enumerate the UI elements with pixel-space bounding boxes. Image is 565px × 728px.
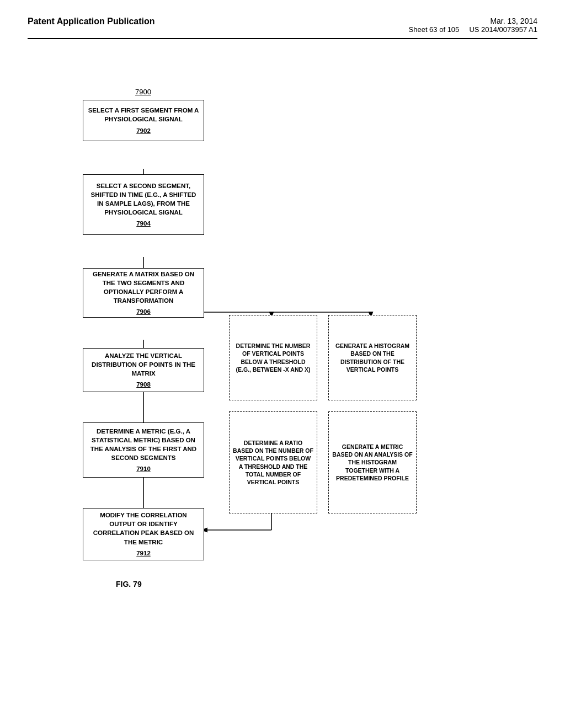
box-7910-text: DETERMINE A METRIC (E.G., A STATISTICAL …	[88, 427, 199, 462]
diagram-top-label: 7900	[135, 88, 151, 96]
sheet-number: Sheet 63 of 105	[409, 25, 460, 34]
dbox-2-text: GENERATE A HISTOGRAM BASED ON THE DISTRI…	[332, 342, 413, 373]
box-7910: DETERMINE A METRIC (E.G., A STATISTICAL …	[83, 422, 204, 478]
publication-date: Mar. 13, 2014	[409, 17, 537, 25]
box-7908-id: 7908	[136, 380, 151, 389]
page: Patent Application Publication Mar. 13, …	[0, 0, 565, 728]
dbox-2: GENERATE A HISTOGRAM BASED ON THE DISTRI…	[328, 315, 417, 400]
page-header: Patent Application Publication Mar. 13, …	[28, 17, 537, 39]
box-7906-id: 7906	[136, 307, 151, 316]
fig-label: FIG. 79	[116, 580, 142, 588]
box-7908-text: ANALYZE THE VERTICAL DISTRIBUTION OF POI…	[88, 351, 199, 378]
patent-number: US 2014/0073957 A1	[469, 25, 537, 34]
dbox-1: DETERMINE THE NUMBER OF VERTICAL POINTS …	[229, 315, 317, 400]
box-7910-id: 7910	[136, 464, 151, 473]
box-7908: ANALYZE THE VERTICAL DISTRIBUTION OF POI…	[83, 348, 204, 392]
box-7902-text: SELECT A FIRST SEGMENT FROM A PHYSIOLOGI…	[88, 106, 199, 124]
dbox-1-text: DETERMINE THE NUMBER OF VERTICAL POINTS …	[233, 342, 313, 373]
dbox-3: DETERMINE A RATIO BASED ON THE NUMBER OF…	[229, 411, 317, 513]
box-7904-id: 7904	[136, 219, 151, 228]
box-7912: MODIFY THE CORRELATION OUTPUT OR IDENTIF…	[83, 508, 204, 560]
box-7912-text: MODIFY THE CORRELATION OUTPUT OR IDENTIF…	[88, 511, 199, 546]
box-7906-text: GENERATE A MATRIX BASED ON THE TWO SEGME…	[88, 270, 199, 305]
box-7902-id: 7902	[136, 126, 151, 135]
box-7902: SELECT A FIRST SEGMENT FROM A PHYSIOLOGI…	[83, 100, 204, 141]
box-7906: GENERATE A MATRIX BASED ON THE TWO SEGME…	[83, 268, 204, 318]
box-7904-text: SELECT A SECOND SEGMENT, SHIFTED IN TIME…	[88, 181, 199, 217]
publication-title: Patent Application Publication	[28, 17, 155, 26]
sheet-info: Sheet 63 of 105 US 2014/0073957 A1	[409, 25, 537, 34]
header-right: Mar. 13, 2014 Sheet 63 of 105 US 2014/00…	[409, 17, 537, 34]
box-7904: SELECT A SECOND SEGMENT, SHIFTED IN TIME…	[83, 174, 204, 235]
dbox-4: GENERATE A METRIC BASED ON AN ANALYSIS O…	[328, 411, 417, 513]
dbox-3-text: DETERMINE A RATIO BASED ON THE NUMBER OF…	[233, 439, 313, 486]
box-7912-id: 7912	[136, 549, 151, 558]
diagram-area: 7900	[28, 72, 537, 679]
dbox-4-text: GENERATE A METRIC BASED ON AN ANALYSIS O…	[332, 443, 413, 482]
